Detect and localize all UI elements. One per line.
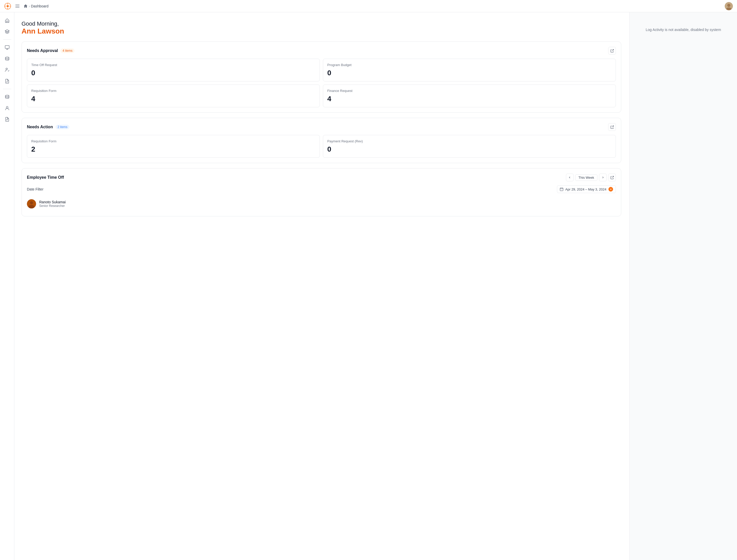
svg-point-16: [6, 107, 8, 108]
breadcrumb: › Dashboard: [24, 4, 723, 8]
needs-action-title-row: Needs Action 2 items: [27, 125, 69, 129]
svg-point-13: [5, 57, 9, 58]
eto-title: Employee Time Off: [27, 175, 64, 180]
log-activity-message: Log Activity is not available, disabled …: [646, 28, 721, 32]
employee-time-off-card: Employee Time Off This Week: [22, 168, 621, 216]
greeting-name: Ann Lawson: [22, 27, 621, 35]
needs-action-badge: 2 items: [56, 125, 70, 129]
svg-line-18: [612, 126, 614, 127]
stat-payment-request[interactable]: Payment Request (Rev) 0: [323, 135, 616, 158]
svg-point-10: [727, 4, 730, 7]
stat-requisition-form-approval-value: 4: [31, 95, 315, 103]
date-filter-row: Date Filter Apr 29, 2024 – May 3, 2024 ✕: [27, 185, 616, 193]
svg-line-19: [612, 176, 614, 178]
date-range-text: Apr 29, 2024 – May 3, 2024: [565, 187, 606, 191]
stat-time-off-label: Time Off Request: [31, 63, 315, 67]
page-title: Dashboard: [31, 4, 49, 8]
greeting-line1: Good Morning,: [22, 20, 621, 27]
stat-finance-request-label: Finance Request: [327, 89, 612, 93]
stat-requisition-form-action-value: 2: [31, 145, 315, 153]
needs-action-title: Needs Action: [27, 125, 53, 129]
needs-approval-title: Needs Approval: [27, 48, 58, 53]
eto-next-btn[interactable]: [599, 174, 607, 181]
home-icon[interactable]: [24, 4, 28, 8]
stat-requisition-form-approval[interactable]: Requisition Form 4: [27, 84, 320, 107]
svg-rect-7: [15, 6, 19, 6]
svg-rect-6: [15, 5, 19, 5]
sidebar-item-layers[interactable]: [2, 27, 12, 37]
sidebar: [0, 12, 14, 560]
employee-role: Senior Researcher: [39, 204, 66, 208]
eto-prev-btn[interactable]: [566, 174, 574, 181]
svg-rect-12: [5, 46, 9, 48]
stat-program-budget-label: Program Budget: [327, 63, 612, 67]
stat-finance-request[interactable]: Finance Request 4: [323, 84, 616, 107]
svg-rect-8: [15, 7, 19, 8]
stat-finance-request-value: 4: [327, 95, 612, 103]
needs-approval-badge: 4 items: [60, 48, 75, 53]
needs-action-grid: Requisition Form 2 Payment Request (Rev)…: [27, 135, 616, 158]
svg-point-14: [6, 68, 7, 70]
sidebar-divider-1: [3, 39, 11, 40]
sidebar-item-database[interactable]: [2, 54, 12, 64]
topbar: › Dashboard: [0, 0, 737, 12]
greeting: Good Morning, Ann Lawson: [22, 20, 621, 35]
svg-point-1: [7, 5, 9, 7]
stat-program-budget-value: 0: [327, 69, 612, 77]
stat-requisition-form-approval-label: Requisition Form: [31, 89, 315, 93]
eto-controls: This Week: [566, 174, 616, 181]
stat-program-budget[interactable]: Program Budget 0: [323, 59, 616, 81]
employee-info: Ranoto Sukamai Senior Researcher: [39, 200, 66, 208]
svg-line-17: [612, 49, 614, 51]
needs-approval-title-row: Needs Approval 4 items: [27, 48, 75, 53]
stat-requisition-form-action-label: Requisition Form: [31, 139, 315, 143]
date-filter-pill[interactable]: Apr 29, 2024 – May 3, 2024 ✕: [557, 185, 616, 193]
date-filter-label: Date Filter: [27, 187, 44, 191]
needs-approval-external-link[interactable]: [608, 47, 616, 55]
svg-rect-20: [560, 188, 563, 191]
sidebar-item-database2[interactable]: [2, 92, 12, 102]
needs-action-card: Needs Action 2 items Requisition Form 2: [22, 118, 621, 163]
eto-external-link[interactable]: [608, 174, 616, 181]
layout: Good Morning, Ann Lawson Needs Approval …: [0, 12, 737, 560]
menu-icon[interactable]: [13, 2, 22, 10]
sidebar-item-user2[interactable]: [2, 103, 12, 113]
eto-this-week-btn[interactable]: This Week: [575, 174, 597, 181]
date-clear-btn[interactable]: ✕: [608, 187, 613, 192]
needs-approval-grid: Time Off Request 0 Program Budget 0 Requ…: [27, 59, 616, 107]
employee-row: Ranoto Sukamai Senior Researcher: [27, 197, 616, 211]
employee-name: Ranoto Sukamai: [39, 200, 66, 204]
needs-action-external-link[interactable]: [608, 123, 616, 131]
needs-approval-card: Needs Approval 4 items Time Off Request …: [22, 41, 621, 113]
stat-time-off-value: 0: [31, 69, 315, 77]
main-content: Good Morning, Ann Lawson Needs Approval …: [14, 12, 629, 560]
needs-approval-header: Needs Approval 4 items: [27, 47, 616, 55]
sidebar-item-user-check[interactable]: [2, 65, 12, 75]
employee-avatar: [27, 199, 36, 208]
sidebar-item-home[interactable]: [2, 15, 12, 26]
svg-point-25: [30, 201, 33, 204]
sidebar-item-monitor[interactable]: [2, 42, 12, 52]
svg-point-15: [5, 95, 9, 97]
stat-time-off-request[interactable]: Time Off Request 0: [27, 59, 320, 81]
stat-requisition-form-action[interactable]: Requisition Form 2: [27, 135, 320, 158]
avatar[interactable]: [725, 2, 733, 10]
breadcrumb-separator: ›: [29, 4, 30, 8]
eto-header: Employee Time Off This Week: [27, 174, 616, 181]
needs-action-header: Needs Action 2 items: [27, 123, 616, 131]
app-logo: [4, 3, 11, 10]
sidebar-item-file2[interactable]: [2, 114, 12, 124]
stat-payment-request-value: 0: [327, 145, 612, 153]
right-panel: Log Activity is not available, disabled …: [629, 12, 737, 560]
stat-payment-request-label: Payment Request (Rev): [327, 139, 612, 143]
sidebar-item-file-check[interactable]: [2, 76, 12, 86]
